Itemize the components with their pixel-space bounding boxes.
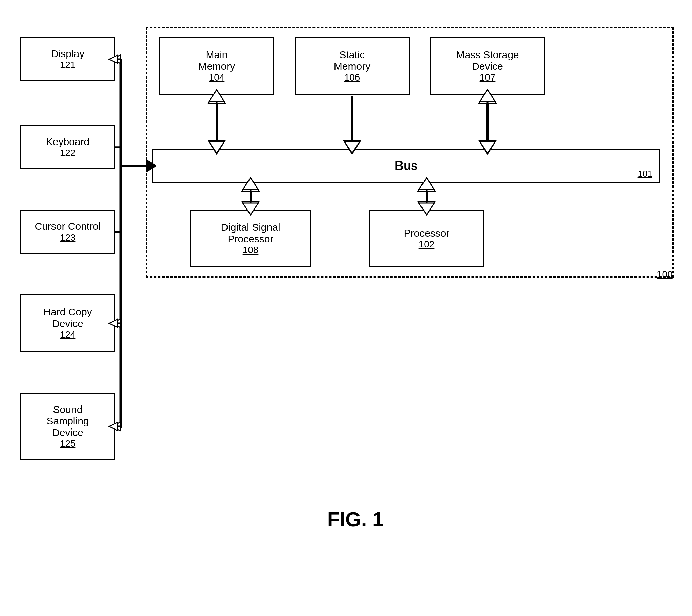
system-ref: 100: [657, 269, 673, 280]
cursor-box: Cursor Control 123: [20, 210, 115, 254]
bus-bar: Bus 101: [152, 149, 660, 183]
figure-label: FIG. 1: [288, 508, 423, 531]
dsp-ref: 108: [243, 245, 259, 256]
diagram: 100 MainMemory 104 StaticMemory 106 Mass…: [0, 0, 692, 616]
dsp-label: Digital SignalProcessor: [221, 222, 280, 245]
processor-label: Processor: [404, 227, 449, 239]
processor-box: Processor 102: [369, 210, 484, 267]
static-memory-label: StaticMemory: [334, 49, 370, 72]
keyboard-ref: 122: [60, 148, 76, 158]
mass-storage-box: Mass StorageDevice 107: [430, 37, 545, 95]
sound-ref: 125: [60, 438, 76, 449]
display-ref: 121: [60, 60, 76, 70]
mass-storage-ref: 107: [480, 72, 496, 83]
display-box: Display 121: [20, 37, 115, 81]
static-memory-ref: 106: [344, 72, 360, 83]
static-memory-box: StaticMemory 106: [295, 37, 410, 95]
main-memory-box: MainMemory 104: [159, 37, 274, 95]
keyboard-box: Keyboard 122: [20, 125, 115, 169]
bus-ref: 101: [638, 169, 652, 179]
main-memory-ref: 104: [209, 72, 225, 83]
sound-label: SoundSamplingDevice: [46, 404, 89, 438]
display-label: Display: [51, 48, 84, 60]
hardcopy-ref: 124: [60, 329, 76, 340]
hardcopy-label: Hard CopyDevice: [43, 306, 92, 329]
main-memory-label: MainMemory: [198, 49, 235, 72]
keyboard-label: Keyboard: [46, 136, 89, 148]
mass-storage-label: Mass StorageDevice: [456, 49, 519, 72]
hardcopy-box: Hard CopyDevice 124: [20, 294, 115, 352]
dsp-box: Digital SignalProcessor 108: [190, 210, 311, 267]
sound-box: SoundSamplingDevice 125: [20, 393, 115, 460]
processor-ref: 102: [419, 239, 435, 250]
cursor-label: Cursor Control: [35, 221, 101, 232]
bus-label: Bus: [395, 159, 418, 173]
cursor-ref: 123: [60, 232, 76, 243]
